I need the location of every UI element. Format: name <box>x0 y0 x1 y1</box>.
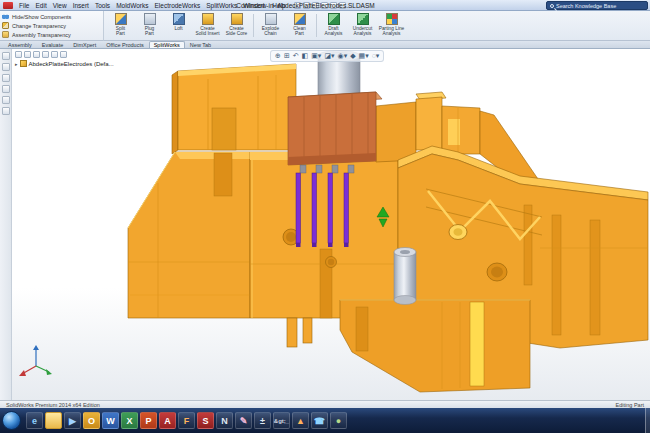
tab-assembly[interactable]: Assembly <box>3 41 37 48</box>
display-style-icon[interactable]: ◪▾ <box>324 52 334 60</box>
loft-button[interactable]: Loft <box>164 12 193 39</box>
loft-icon <box>173 13 185 25</box>
view-settings-icon[interactable]: ◌▾ <box>372 52 380 60</box>
design-library-tab[interactable] <box>2 52 10 60</box>
ribbon-separator <box>253 14 254 37</box>
menu-splitworks[interactable]: SplitWorks <box>203 0 240 11</box>
assembly-transparency-button[interactable]: Assembly Transparency <box>2 30 101 39</box>
heads-up-view-toolbar: ⊕ ⊞ ↶ ◧ ▣▾ ◪▾ ◉▾ ◆ ▦▾ ◌▾ <box>270 50 384 62</box>
dimxpertmanager-tab-icon[interactable] <box>42 51 49 58</box>
undercut-analysis-button[interactable]: Undercut Analysis <box>348 12 377 39</box>
knowledge-search[interactable] <box>546 1 648 10</box>
view-orientation-icon[interactable]: ▣▾ <box>311 52 321 60</box>
menu-edit[interactable]: Edit <box>32 0 49 11</box>
titlebar: File Edit View Insert Tools MoldWorks El… <box>0 0 650 11</box>
tab-evaluate[interactable]: Evaluate <box>37 41 68 48</box>
taskbar-word[interactable]: W <box>102 412 119 429</box>
menu-moldworks[interactable]: MoldWorks <box>113 0 151 11</box>
feature-manager-toolbar <box>15 51 114 58</box>
status-editing-mode: Editing Part <box>616 402 644 408</box>
create-side-core-button[interactable]: Create Side Core <box>222 12 251 39</box>
start-button[interactable] <box>2 411 21 430</box>
split-part-button[interactable]: Split Part <box>106 12 135 39</box>
plug-part-button[interactable]: Plug Part <box>135 12 164 39</box>
taskbar-paint[interactable]: ✎ <box>235 412 252 429</box>
taskbar-powerpoint[interactable]: P <box>140 412 157 429</box>
section-view-icon[interactable]: ◧ <box>302 52 309 60</box>
create-side-core-icon <box>231 13 243 25</box>
menu-file[interactable]: File <box>16 0 32 11</box>
featuremanager-tab-icon[interactable] <box>15 51 22 58</box>
taskbar-skype[interactable]: ☎ <box>311 412 328 429</box>
parting-line-analysis-button[interactable]: Parting Line Analysis <box>377 12 406 39</box>
taskbar-acrobat-reader[interactable]: A <box>159 412 176 429</box>
menu-view[interactable]: View <box>50 0 70 11</box>
draft-analysis-label: Draft Analysis <box>325 26 343 37</box>
expand-arrow-icon[interactable]: ▸ <box>15 61 18 67</box>
taskbar-command-prompt[interactable]: &gt;_ <box>273 412 290 429</box>
support-boss[interactable] <box>394 248 416 305</box>
forum-tab[interactable] <box>2 107 10 115</box>
hide-show-components-label: Hide/Show Components <box>12 14 71 20</box>
splitworks-ribbon: Split Part Plug Part Loft Create Solid I… <box>104 11 650 41</box>
displaymanager-tab-icon[interactable] <box>51 51 58 58</box>
mold-upper-left-block[interactable] <box>172 64 296 154</box>
copper-insert[interactable] <box>288 92 382 173</box>
taskbar-solidworks[interactable]: S <box>197 412 214 429</box>
filter-icon[interactable] <box>60 51 67 58</box>
create-solid-insert-button[interactable]: Create Solid Insert <box>193 12 222 39</box>
view-palette-tab[interactable] <box>2 74 10 82</box>
zoom-fit-icon[interactable]: ⊕ <box>275 52 281 60</box>
file-explorer-tab[interactable] <box>2 63 10 71</box>
change-transparency-button[interactable]: Change Transparency <box>2 21 101 30</box>
clean-part-icon <box>294 13 306 25</box>
taskbar-internet-explorer[interactable]: e <box>26 412 43 429</box>
menu-tools[interactable]: Tools <box>92 0 113 11</box>
tab-dimxpert[interactable]: DimXpert <box>68 41 101 48</box>
tree-root-item[interactable]: ▸ AbdeckPlatteElectrodes (Defa... <box>15 60 114 67</box>
tab-splitworks[interactable]: SplitWorks <box>149 41 185 48</box>
plug-part-label: Plug Part <box>145 26 155 37</box>
apply-scene-icon[interactable]: ▦▾ <box>359 52 369 60</box>
windows-taskbar: e ▶ O W X P A F S N ✎ ± &gt;_ ▲ ☎ ● <box>0 408 650 433</box>
previous-view-icon[interactable]: ↶ <box>293 52 299 60</box>
graphics-area[interactable]: ▸ AbdeckPlatteElectrodes (Defa... ⊕ ⊞ ↶ … <box>0 49 650 400</box>
taskbar-vlc[interactable]: ▲ <box>292 412 309 429</box>
propertymanager-tab-icon[interactable] <box>24 51 31 58</box>
search-input[interactable] <box>556 3 644 9</box>
show-desktop-button[interactable] <box>645 408 650 433</box>
appearances-tab[interactable] <box>2 85 10 93</box>
draft-analysis-button[interactable]: Draft Analysis <box>319 12 348 39</box>
electrodeworks-command-panel: Hide/Show Components Change Transparency… <box>0 11 104 41</box>
explode-chain-button[interactable]: Explode Chain <box>256 12 285 39</box>
menu-insert[interactable]: Insert <box>70 0 92 11</box>
hide-show-items-icon[interactable]: ◉▾ <box>338 52 348 60</box>
ribbon-separator <box>316 14 317 37</box>
window-title: ConInsert -in- AbdeckPlatteElectrodes.SL… <box>236 0 374 11</box>
hide-show-components-icon <box>2 13 9 20</box>
taskbar-media-player[interactable]: ▶ <box>64 412 81 429</box>
custom-properties-tab[interactable] <box>2 96 10 104</box>
clean-part-button[interactable]: Clean Part <box>285 12 314 39</box>
taskbar-firefox[interactable]: F <box>178 412 195 429</box>
feature-manager-tree: ▸ AbdeckPlatteElectrodes (Defa... <box>15 51 114 67</box>
viewport-3d[interactable] <box>12 49 650 400</box>
tab-office-products[interactable]: Office Products <box>101 41 149 48</box>
create-side-core-label: Create Side Core <box>226 26 247 37</box>
configurationmanager-tab-icon[interactable] <box>33 51 40 58</box>
taskbar-chrome[interactable]: ● <box>330 412 347 429</box>
taskbar-excel[interactable]: X <box>121 412 138 429</box>
taskbar-calculator[interactable]: ± <box>254 412 271 429</box>
taskbar-notepad[interactable]: N <box>216 412 233 429</box>
hide-show-components-button[interactable]: Hide/Show Components <box>2 12 101 21</box>
taskbar-windows-explorer[interactable] <box>45 412 62 429</box>
create-solid-insert-icon <box>202 13 214 25</box>
change-transparency-label: Change Transparency <box>12 23 66 29</box>
menu-electrodeworks[interactable]: ElectrodeWorks <box>152 0 204 11</box>
edit-appearance-icon[interactable]: ◆ <box>350 52 355 60</box>
taskbar-outlook[interactable]: O <box>83 412 100 429</box>
zoom-area-icon[interactable]: ⊞ <box>284 52 290 60</box>
change-transparency-icon <box>2 22 9 29</box>
undercut-analysis-icon <box>357 13 369 25</box>
tab-new-tab[interactable]: New Tab <box>185 41 216 48</box>
